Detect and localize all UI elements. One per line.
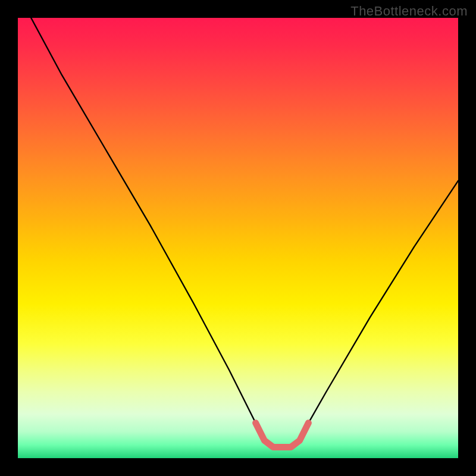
trough-marker [256, 423, 309, 447]
watermark-label: TheBottleneck.com [350, 4, 468, 19]
plot-area [18, 18, 458, 458]
chart-frame: TheBottleneck.com [0, 0, 476, 476]
curve-layer [18, 18, 458, 458]
bottleneck-curve [31, 18, 458, 447]
